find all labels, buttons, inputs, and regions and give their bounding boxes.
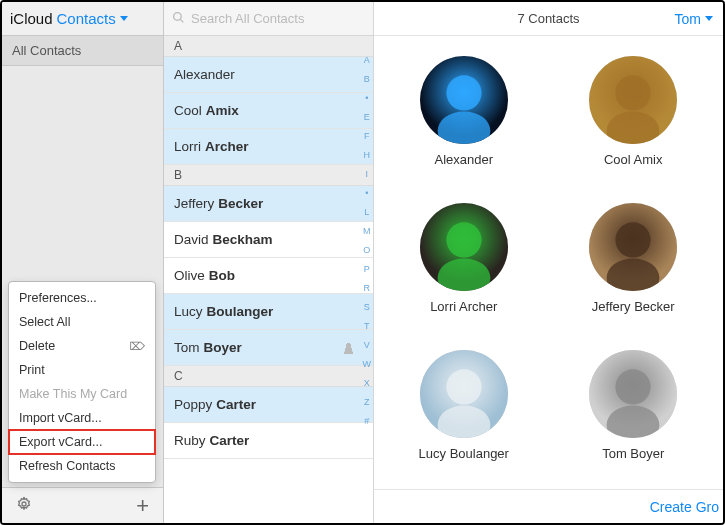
- contact-card[interactable]: Cool Amix: [554, 56, 714, 185]
- section-header: A: [164, 36, 373, 57]
- contact-row[interactable]: Alexander: [164, 57, 373, 93]
- index-letter[interactable]: H: [364, 151, 371, 160]
- sidebar-header: iCloud Contacts: [2, 2, 163, 36]
- create-group-button[interactable]: Create Gro: [650, 499, 719, 515]
- svg-point-19: [616, 369, 651, 404]
- contact-row[interactable]: DavidBeckham: [164, 222, 373, 258]
- card-name: Alexander: [434, 152, 493, 167]
- app-switcher[interactable]: Contacts: [57, 10, 128, 27]
- index-letter[interactable]: R: [364, 284, 371, 293]
- menu-item[interactable]: Select All: [9, 310, 155, 334]
- chevron-down-icon: [120, 16, 128, 21]
- avatar: [420, 203, 508, 291]
- index-letter[interactable]: B: [364, 75, 370, 84]
- contact-card[interactable]: Alexander: [384, 56, 544, 185]
- card-name: Tom Boyer: [602, 446, 664, 461]
- last-name: Boyer: [204, 340, 242, 355]
- menu-item[interactable]: Print: [9, 358, 155, 382]
- avatar: [589, 56, 677, 144]
- index-letter[interactable]: P: [364, 265, 370, 274]
- menu-item[interactable]: Export vCard...: [9, 430, 155, 454]
- first-name: Lucy: [174, 304, 203, 319]
- last-name: Amix: [206, 103, 239, 118]
- contact-grid: Alexander Cool Amix Lorri Archer Jeffery…: [374, 36, 723, 489]
- index-letter[interactable]: E: [364, 113, 370, 122]
- index-letter[interactable]: T: [364, 322, 370, 331]
- menu-item[interactable]: Delete⌫: [9, 334, 155, 358]
- index-letter[interactable]: V: [364, 341, 370, 350]
- alphabet-index[interactable]: AB•EFHI•LMOPRSTVWXZ#: [363, 56, 372, 426]
- index-letter[interactable]: •: [365, 94, 368, 103]
- contact-row[interactable]: JefferyBecker: [164, 186, 373, 222]
- sidebar-item-all-contacts[interactable]: All Contacts: [2, 36, 163, 66]
- index-letter[interactable]: X: [364, 379, 370, 388]
- last-name: Boulanger: [207, 304, 274, 319]
- search-input[interactable]: [191, 11, 365, 26]
- first-name: Ruby: [174, 433, 206, 448]
- svg-line-2: [180, 19, 183, 22]
- section-header: C: [164, 366, 373, 387]
- add-button[interactable]: +: [136, 493, 149, 519]
- index-letter[interactable]: M: [363, 227, 371, 236]
- contact-card[interactable]: Lorri Archer: [384, 203, 544, 332]
- index-letter[interactable]: A: [364, 56, 370, 65]
- index-letter[interactable]: W: [363, 360, 372, 369]
- sidebar: iCloud Contacts All Contacts Preferences…: [2, 2, 164, 523]
- index-letter[interactable]: F: [364, 132, 370, 141]
- menu-item[interactable]: Preferences...: [9, 286, 155, 310]
- index-letter[interactable]: Z: [364, 398, 370, 407]
- selection-count: 7 Contacts: [517, 11, 579, 26]
- account-name: Tom: [675, 11, 701, 27]
- first-name: Tom: [174, 340, 200, 355]
- svg-point-10: [446, 222, 481, 257]
- first-name: Olive: [174, 268, 205, 283]
- menu-item: Make This My Card: [9, 382, 155, 406]
- avatar: [420, 350, 508, 438]
- contact-row[interactable]: OliveBob: [164, 258, 373, 294]
- first-name: Poppy: [174, 397, 212, 412]
- contact-row[interactable]: TomBoyer: [164, 330, 373, 366]
- index-letter[interactable]: I: [365, 170, 368, 179]
- brand-label: iCloud: [10, 10, 53, 27]
- contact-row[interactable]: RubyCarter: [164, 423, 373, 459]
- last-name: Beckham: [213, 232, 273, 247]
- index-letter[interactable]: #: [364, 417, 369, 426]
- svg-point-4: [446, 75, 481, 110]
- contact-row[interactable]: LucyBoulanger: [164, 294, 373, 330]
- contact-card[interactable]: Lucy Boulanger: [384, 350, 544, 479]
- first-name: Cool: [174, 103, 202, 118]
- card-name: Jeffery Becker: [592, 299, 675, 314]
- svg-point-7: [616, 75, 651, 110]
- search-bar: [164, 2, 373, 36]
- contact-list-column: AAlexanderCoolAmixLorriArcherBJefferyBec…: [164, 2, 374, 523]
- menu-item[interactable]: Refresh Contacts: [9, 454, 155, 478]
- index-letter[interactable]: •: [365, 189, 368, 198]
- menu-item[interactable]: Import vCard...: [9, 406, 155, 430]
- avatar: [589, 203, 677, 291]
- svg-point-0: [22, 502, 26, 506]
- detail-footer: Create Gro: [374, 489, 723, 523]
- group-label: All Contacts: [12, 43, 81, 58]
- contact-card[interactable]: Jeffery Becker: [554, 203, 714, 332]
- avatar: [420, 56, 508, 144]
- gear-icon[interactable]: [16, 496, 32, 515]
- index-letter[interactable]: L: [364, 208, 369, 217]
- contact-card[interactable]: Tom Boyer: [554, 350, 714, 479]
- search-icon: [172, 11, 185, 27]
- delete-icon: ⌫: [129, 340, 145, 353]
- contact-list: AAlexanderCoolAmixLorriArcherBJefferyBec…: [164, 36, 373, 523]
- last-name: Archer: [205, 139, 249, 154]
- contact-row[interactable]: CoolAmix: [164, 93, 373, 129]
- first-name: Jeffery: [174, 196, 214, 211]
- first-name: David: [174, 232, 209, 247]
- account-menu[interactable]: Tom: [675, 11, 713, 27]
- last-name: Bob: [209, 268, 235, 283]
- avatar: [589, 350, 677, 438]
- contact-row[interactable]: LorriArcher: [164, 129, 373, 165]
- last-name: Carter: [216, 397, 256, 412]
- app-name-label: Contacts: [57, 10, 116, 27]
- contact-row[interactable]: PoppyCarter: [164, 387, 373, 423]
- detail-header: 7 Contacts Tom: [374, 2, 723, 36]
- index-letter[interactable]: S: [364, 303, 370, 312]
- index-letter[interactable]: O: [363, 246, 370, 255]
